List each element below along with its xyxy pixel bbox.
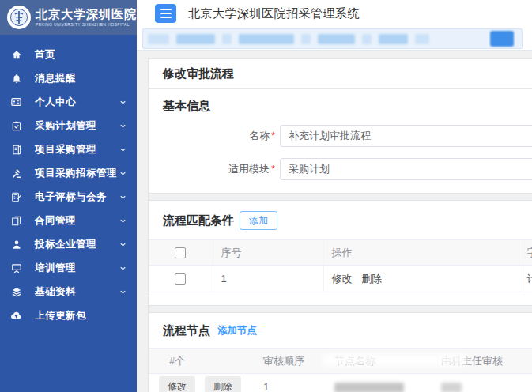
book-icon: [10, 144, 22, 156]
flow-nodes-title: 流程节点: [163, 323, 210, 338]
name-input[interactable]: [280, 125, 532, 147]
hospital-name-en: PEKING UNIVERSITY SHENZHEN HOSPITAL: [36, 23, 137, 28]
add-node-link[interactable]: 添加节点: [217, 324, 257, 337]
col-operation: 操作: [323, 240, 519, 266]
delete-link[interactable]: 删除: [361, 273, 382, 285]
contract-icon: [10, 215, 22, 227]
app-root: 北京大学深圳医院 PEKING UNIVERSITY SHENZHEN HOSP…: [0, 0, 532, 392]
name-label: 名称: [249, 130, 270, 141]
sidebar-item-bidder-enterprise[interactable]: 投标企业管理: [0, 232, 137, 256]
sidebar-item-project-procurement[interactable]: 项目采购管理: [0, 138, 137, 161]
chevron-down-icon: [119, 122, 127, 130]
sidebar-item-contract-management[interactable]: 合同管理: [0, 209, 137, 232]
chevron-down-icon: [119, 193, 127, 202]
col-partial: 字: [519, 240, 532, 266]
section-divider: [149, 193, 532, 201]
redacted-action-button[interactable]: [490, 31, 514, 47]
basic-info-title: 基本信息: [163, 99, 210, 114]
section-divider: [149, 305, 532, 313]
sidebar-item-messages[interactable]: 消息提醒: [0, 66, 137, 90]
add-condition-button[interactable]: 添加: [240, 211, 277, 230]
match-conditions-title: 流程匹配条件: [163, 213, 234, 228]
redacted-node-name: [334, 383, 404, 392]
calculator-edit-icon: [10, 191, 22, 203]
sidebar-menu: 首页 消息提醒 个人中心 采购计划管理 项目采购管理: [0, 35, 137, 327]
redacted-director-value: [441, 383, 462, 392]
flow-nodes-section: 流程节点 添加节点 #个 审核顺序 节点名称 由科主任审核: [149, 313, 532, 392]
table-row: 1 修改 删除 计: [149, 266, 532, 292]
redacted-breadcrumb-segment: [362, 34, 372, 44]
layers-icon: [10, 286, 22, 298]
hospital-logo: 北京大学深圳医院 PEKING UNIVERSITY SHENZHEN HOSP…: [0, 0, 137, 35]
col-node-name: 节点名称: [326, 349, 433, 374]
col-order: 审核顺序: [255, 349, 326, 374]
chevron-down-icon: [119, 264, 127, 273]
module-field-row: 适用模块*: [163, 158, 532, 180]
required-asterisk: *: [271, 163, 275, 175]
name-field-row: 名称*: [163, 125, 532, 147]
breadcrumb-strip: [137, 27, 532, 51]
redacted-breadcrumb-segment: [379, 34, 408, 44]
presentation-icon: [10, 262, 22, 274]
table-row: 修改 删除 1: [149, 374, 532, 392]
flow-nodes-table: #个 审核顺序 节点名称 由科主任审核 修改: [149, 348, 532, 392]
redacted-breadcrumb-segment: [301, 34, 311, 44]
bell-icon: [10, 73, 22, 85]
hospital-emblem-icon: [7, 6, 31, 29]
sidebar-item-upload-update[interactable]: 上传更新包: [0, 303, 137, 327]
row-checkbox[interactable]: [175, 273, 186, 285]
clipboard-check-icon: [10, 120, 22, 132]
module-label: 适用模块: [228, 163, 270, 175]
cell-index: 1: [213, 266, 323, 292]
chevron-down-icon: [119, 217, 127, 225]
id-card-icon: [10, 96, 22, 108]
match-conditions-section: 流程匹配条件 添加 序号 操作 字: [149, 201, 532, 305]
main-area: 北京大学深圳医院招采管理系统 修改审批流程 基本信息: [137, 0, 532, 392]
app-title: 北京大学深圳医院招采管理系统: [188, 6, 360, 21]
sidebar-item-procurement-plan[interactable]: 采购计划管理: [0, 114, 137, 138]
chevron-down-icon: [119, 98, 127, 107]
chevron-down-icon: [119, 288, 127, 296]
match-conditions-table: 序号 操作 字 1 修改: [149, 239, 532, 292]
redacted-breadcrumb-segment: [415, 34, 429, 44]
sidebar-item-e-evaluation[interactable]: 电子评标与会务: [0, 185, 137, 209]
chevron-down-icon: [119, 169, 127, 178]
hospital-name: 北京大学深圳医院: [36, 8, 137, 21]
redacted-breadcrumb-segment: [148, 34, 169, 44]
cell-order: 1: [255, 374, 326, 392]
sidebar-item-basic-data[interactable]: 基础资料: [0, 280, 137, 303]
page-title: 修改审批流程: [149, 59, 532, 89]
user-icon: [10, 239, 22, 251]
sidebar-item-home[interactable]: 首页: [0, 43, 137, 66]
module-select[interactable]: [280, 158, 532, 180]
select-all-checkbox[interactable]: [175, 247, 186, 258]
cloud-upload-icon: [10, 310, 22, 322]
sidebar-item-bidding-management[interactable]: 项目采购招标管理: [0, 161, 137, 185]
home-icon: [10, 49, 22, 61]
table-header-row: 序号 操作 字: [149, 240, 532, 266]
redacted-breadcrumb-segment: [222, 34, 232, 44]
table-header-row: #个 审核顺序 节点名称 由科主任审核: [149, 349, 532, 374]
redacted-breadcrumb-segment: [318, 34, 355, 44]
modify-button[interactable]: 修改: [159, 376, 195, 392]
chevron-down-icon: [119, 240, 127, 249]
top-bar: 北京大学深圳医院招采管理系统: [137, 0, 532, 27]
edit-approval-flow-card: 修改审批流程 基本信息 名称* 适用模块*: [148, 58, 532, 392]
hamburger-icon: [160, 9, 172, 10]
col-hash: #个: [149, 349, 255, 374]
modify-link[interactable]: 修改: [332, 273, 353, 285]
col-index: 序号: [213, 240, 323, 266]
gavel-icon: [10, 168, 22, 179]
col-director-review: 由科主任审核: [433, 349, 532, 374]
chevron-down-icon: [119, 145, 127, 154]
redacted-breadcrumb-segment: [239, 34, 294, 44]
sidebar-item-personal-center[interactable]: 个人中心: [0, 90, 137, 114]
cell-partial: 计: [519, 266, 532, 292]
content-area: 修改审批流程 基本信息 名称* 适用模块*: [137, 51, 532, 392]
redacted-breadcrumb-segment: [176, 34, 215, 44]
sidebar-item-training-management[interactable]: 培训管理: [0, 256, 137, 280]
breadcrumb-bar: [142, 28, 523, 49]
sidebar: 北京大学深圳医院 PEKING UNIVERSITY SHENZHEN HOSP…: [0, 0, 137, 392]
menu-toggle-button[interactable]: [155, 4, 176, 23]
delete-button[interactable]: 删除: [205, 376, 241, 392]
